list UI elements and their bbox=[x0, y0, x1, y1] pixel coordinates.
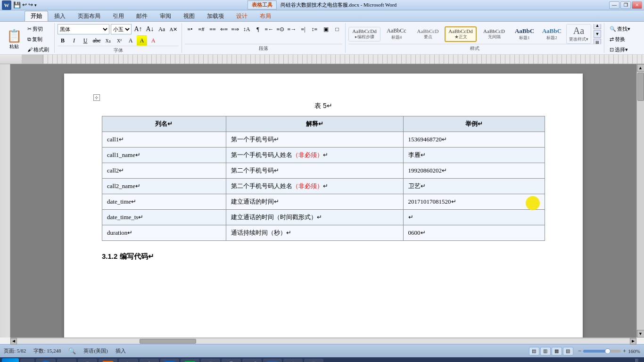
borders-button[interactable]: □ bbox=[332, 24, 342, 34]
text-effect-button[interactable]: A bbox=[125, 35, 136, 46]
justify-button[interactable]: ≡| bbox=[298, 24, 308, 34]
table-move-handle[interactable]: ⊹ bbox=[93, 94, 100, 101]
document-scroll-area[interactable]: ⊹ 表 5↵ 列名↵ 解释↵ 举例↵ bbox=[10, 64, 636, 337]
show-desktop-btn[interactable] bbox=[636, 359, 638, 362]
clear-format-button[interactable]: A✕ bbox=[168, 24, 179, 34]
align-left-button[interactable]: ≡← bbox=[264, 24, 274, 34]
font-name-select[interactable]: 黑体宋体微软雅黑 bbox=[58, 24, 109, 34]
redo-qab[interactable]: ↪ bbox=[28, 1, 33, 8]
copy-button[interactable]: ⧉复制 bbox=[25, 34, 51, 44]
change-styles-button[interactable]: Aa 更改样式▾ bbox=[566, 24, 591, 44]
mf-taskbar[interactable]: M bbox=[99, 359, 117, 362]
h-scroll-thumb[interactable] bbox=[140, 339, 196, 344]
style-item-wujianlong[interactable]: AaBbCcD 无间隔 bbox=[478, 27, 510, 41]
fullscreen-btn[interactable]: ▥ bbox=[540, 347, 551, 355]
scroll-up-button[interactable]: ▲ bbox=[637, 64, 644, 72]
zoom-out-btn[interactable]: − bbox=[578, 347, 581, 355]
style-item-biaoti2[interactable]: AaBbC 标题2 bbox=[539, 26, 565, 42]
app-red[interactable]: 🔴 bbox=[201, 359, 220, 362]
tab-references[interactable]: 引用 bbox=[107, 11, 130, 21]
start-button[interactable]: ⊞ bbox=[2, 358, 19, 362]
underline-button[interactable]: U bbox=[80, 35, 91, 46]
select-button[interactable]: ⊡选择▾ bbox=[607, 45, 639, 54]
undo-qab[interactable]: ↩ bbox=[22, 1, 27, 8]
tab-start[interactable]: 开始 bbox=[25, 11, 48, 21]
restore-button[interactable]: ❐ bbox=[620, 1, 631, 9]
align-center-button[interactable]: ≡⊙ bbox=[275, 24, 286, 34]
cut-button[interactable]: ✂剪切 bbox=[25, 24, 51, 33]
app-yellow[interactable]: 🎬 bbox=[242, 359, 262, 362]
style-item-biaoti4[interactable]: AaBbCc 标题4 bbox=[382, 26, 411, 42]
close-button[interactable]: ✕ bbox=[632, 1, 642, 9]
increase-indent-button[interactable]: ≡⇒ bbox=[230, 24, 240, 34]
style-item-zhengwen[interactable]: AaBbCcDd ★正文 bbox=[445, 26, 477, 42]
app-clip[interactable]: 📋 bbox=[140, 359, 159, 362]
styles-scroll-up[interactable]: ▲ bbox=[594, 24, 601, 29]
multilevel-list-button[interactable]: ≡≡ bbox=[207, 24, 218, 34]
print-layout-btn[interactable]: ▤ bbox=[529, 347, 539, 355]
search-taskbar[interactable]: 🔍 bbox=[20, 359, 34, 362]
align-right-button[interactable]: ≡→ bbox=[287, 24, 297, 34]
paste-button[interactable]: 📋 粘贴 bbox=[5, 27, 24, 52]
scroll-thumb[interactable] bbox=[637, 73, 644, 101]
change-case-button[interactable]: Aa bbox=[157, 24, 167, 34]
tab-review[interactable]: 审阅 bbox=[154, 11, 177, 21]
strikethrough-button[interactable]: abc bbox=[91, 35, 102, 46]
superscript-button[interactable]: X² bbox=[114, 35, 124, 46]
outline-view-btn[interactable]: ▧ bbox=[563, 347, 573, 355]
shrink-font-button[interactable]: A↓ bbox=[145, 24, 155, 34]
zoom-in-btn[interactable]: + bbox=[623, 347, 626, 355]
minimize-button[interactable]: — bbox=[609, 1, 619, 9]
window-controls[interactable]: — ❐ ✕ bbox=[609, 1, 642, 9]
tab-tablayout[interactable]: 布局 bbox=[254, 11, 277, 21]
style-item-yaodian[interactable]: AaBbCcD 要点 bbox=[413, 27, 443, 41]
cortana-taskbar[interactable]: ○ bbox=[36, 359, 56, 362]
horizontal-scrollbar[interactable]: ◀ ▶ bbox=[10, 337, 636, 344]
scroll-left-button[interactable]: ◀ bbox=[10, 338, 17, 345]
highlight-button[interactable]: A bbox=[137, 35, 147, 46]
app-dragon[interactable]: 🐉 bbox=[119, 359, 138, 362]
italic-button[interactable]: I bbox=[69, 35, 79, 46]
bullets-button[interactable]: ≡• bbox=[185, 24, 195, 34]
format-painter-button[interactable]: 🖌格式刷 bbox=[25, 45, 51, 54]
zoom-slider[interactable] bbox=[583, 350, 621, 353]
file-explorer-taskbar[interactable]: 📁 bbox=[57, 359, 76, 362]
word-taskbar[interactable]: W bbox=[263, 359, 282, 362]
styles-more[interactable]: ⊞ bbox=[594, 39, 601, 44]
zoom-handle[interactable] bbox=[605, 348, 611, 354]
app-blue[interactable]: ⊞ bbox=[160, 359, 179, 362]
show-marks-button[interactable]: ¶ bbox=[253, 24, 263, 34]
app-orange[interactable]: 🟡 bbox=[222, 359, 241, 362]
decrease-indent-button[interactable]: ⇐≡ bbox=[219, 24, 229, 34]
styles-scroll-down[interactable]: ▼ bbox=[594, 30, 601, 38]
tab-layout[interactable]: 页面布局 bbox=[72, 11, 107, 21]
app-green[interactable]: ▶ bbox=[181, 359, 199, 362]
tab-view[interactable]: 视图 bbox=[177, 11, 201, 21]
numbering-button[interactable]: ≡# bbox=[196, 24, 206, 34]
font-size-select[interactable]: 小五五号四号小四 bbox=[111, 24, 132, 34]
scroll-down-button[interactable]: ▼ bbox=[637, 330, 644, 337]
tab-mailings[interactable]: 邮件 bbox=[130, 11, 154, 21]
style-item-biaoti1[interactable]: AaBbC 标题1 bbox=[512, 26, 537, 42]
save-qab[interactable]: 💾 bbox=[13, 1, 21, 9]
app-arrow[interactable]: 🔷 bbox=[283, 359, 303, 362]
subscript-button[interactable]: X₂ bbox=[103, 35, 113, 46]
sort-button[interactable]: ↕A bbox=[241, 24, 252, 34]
style-item-biaoticidian[interactable]: AaBbCcDd ▸编程步骤 bbox=[348, 27, 380, 41]
web-layout-btn[interactable]: ▦ bbox=[552, 347, 562, 355]
vertical-scrollbar[interactable]: ▲ ▼ bbox=[636, 64, 644, 337]
chrome-taskbar[interactable]: 🌐 bbox=[78, 359, 97, 362]
qab-dropdown[interactable]: ▾ bbox=[34, 3, 37, 8]
grow-font-button[interactable]: A↑ bbox=[133, 24, 143, 34]
font-color-button[interactable]: A bbox=[148, 35, 158, 46]
find-button[interactable]: 🔍查找▾ bbox=[607, 24, 639, 33]
scroll-right-button[interactable]: ▶ bbox=[630, 338, 636, 345]
shading-button[interactable]: ▣ bbox=[321, 24, 331, 34]
replace-button[interactable]: ⇄替换 bbox=[607, 34, 639, 44]
app-person[interactable]: 👤 bbox=[304, 359, 323, 362]
line-spacing-button[interactable]: ↕≡ bbox=[309, 24, 320, 34]
tab-design[interactable]: 设计 bbox=[230, 11, 254, 21]
tab-insert[interactable]: 插入 bbox=[48, 11, 72, 21]
tab-addins[interactable]: 加载项 bbox=[201, 11, 230, 21]
bold-button[interactable]: B bbox=[58, 35, 68, 46]
